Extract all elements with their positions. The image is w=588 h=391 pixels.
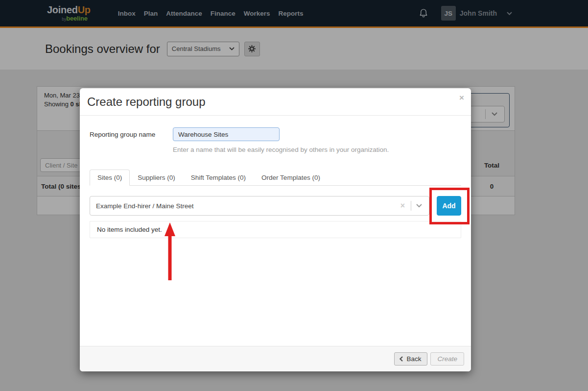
empty-state-row: No items included yet.: [90, 221, 461, 238]
site-picker-clear-icon[interactable]: ×: [399, 201, 407, 210]
reporting-group-name-input[interactable]: [173, 127, 280, 141]
modal-body: Reporting group name Enter a name that w…: [80, 116, 471, 346]
site-picker-combobox[interactable]: Example End-hirer / Maine Street ×: [90, 196, 429, 216]
tab-shift-templates[interactable]: Shift Templates (0): [183, 170, 254, 186]
tab-order-templates[interactable]: Order Templates (0): [254, 170, 328, 186]
chevron-left-icon: [400, 356, 403, 362]
back-button[interactable]: Back: [394, 352, 427, 366]
site-picker-row: Example End-hirer / Maine Street × Add: [90, 196, 461, 216]
create-reporting-group-modal: Create reporting group × Reporting group…: [80, 88, 471, 371]
tab-sites[interactable]: Sites (0): [90, 170, 130, 186]
create-button[interactable]: Create: [430, 352, 464, 366]
modal-header: Create reporting group ×: [80, 88, 471, 116]
reporting-group-name-row: Reporting group name: [90, 127, 461, 141]
modal-title: Create reporting group: [87, 95, 464, 109]
add-button[interactable]: Add: [437, 196, 461, 216]
modal-close-icon[interactable]: ×: [459, 94, 464, 102]
name-helper-text: Enter a name that will be easily recogni…: [173, 146, 461, 153]
site-picker-chevron-down-icon[interactable]: [416, 204, 423, 208]
site-picker-divider: [411, 201, 411, 211]
tab-suppliers[interactable]: Suppliers (0): [130, 170, 183, 186]
modal-tabs: Sites (0) Suppliers (0) Shift Templates …: [90, 170, 461, 186]
page: JoinedUp bybeeline Inbox Plan Attendance…: [0, 0, 588, 391]
reporting-group-name-label: Reporting group name: [90, 131, 173, 138]
back-button-label: Back: [406, 355, 421, 363]
site-picker-value: Example End-hirer / Maine Street: [96, 202, 399, 210]
modal-footer: Back Create: [80, 346, 471, 371]
